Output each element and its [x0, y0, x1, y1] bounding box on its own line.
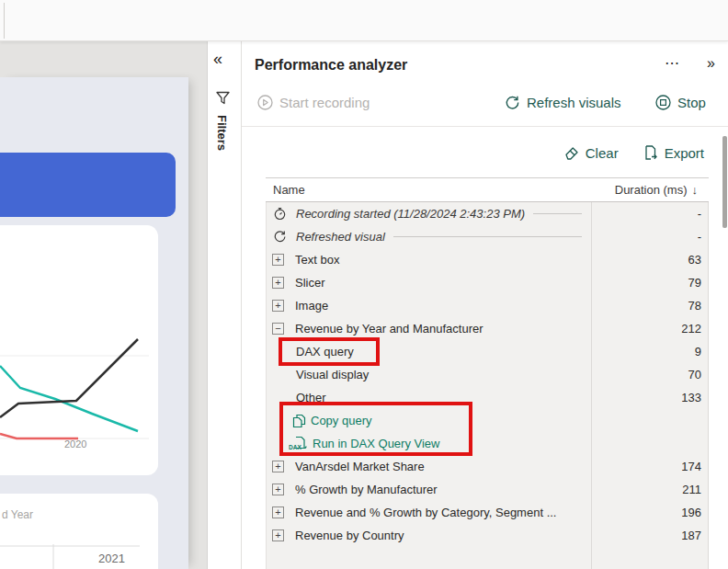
collapse-icon[interactable] [272, 323, 284, 335]
play-icon [257, 95, 273, 110]
start-recording-button[interactable]: Start recording [257, 95, 370, 110]
row-name: % Growth by Manufacturer [295, 483, 438, 496]
table-row[interactable]: Revenue by Year and Manufacturer 212 [267, 317, 708, 340]
stop-button[interactable]: Stop [655, 95, 706, 110]
row-name: Other [296, 391, 326, 404]
performance-table: Name Duration (ms) ↓ [266, 177, 709, 569]
table-row[interactable]: Image 78 [267, 294, 708, 317]
sort-descending-icon[interactable]: ↓ [692, 183, 699, 197]
top-bar [0, 0, 728, 41]
leader-line [393, 236, 582, 237]
row-duration: - [591, 230, 708, 244]
row-duration: 174 [591, 460, 708, 473]
export-button[interactable]: Export [643, 144, 704, 161]
row-duration: 211 [591, 483, 708, 496]
table-row[interactable]: % Growth by Manufacturer 211 [267, 478, 708, 501]
copy-icon [292, 414, 306, 428]
performance-analyzer-pane: Performance analyzer ⋯ »︎ Start recordin… [241, 41, 728, 569]
leader-line [533, 213, 582, 214]
vertical-scrollbar-thumb[interactable] [722, 136, 727, 228]
name-column-header[interactable]: Name [266, 183, 305, 197]
row-duration: 187 [591, 529, 708, 542]
table-header[interactable]: Name Duration (ms) ↓ [266, 177, 709, 202]
more-options-icon[interactable]: ⋯ [665, 54, 680, 72]
table-row: Other 133 [267, 386, 708, 409]
refresh-icon [273, 230, 287, 244]
expand-icon[interactable] [272, 484, 284, 495]
top-bar-divider [4, 3, 5, 39]
expand-icon[interactable] [272, 254, 284, 266]
stop-label: Stop [677, 95, 706, 110]
dot-plot-visual[interactable]: d Year 2021 [0, 494, 158, 569]
start-recording-label: Start recording [279, 95, 370, 110]
row-name: DAX query [296, 345, 354, 358]
table-actions: Clear Export [563, 144, 704, 161]
row-name: Image [295, 299, 328, 313]
expand-icon[interactable] [272, 300, 284, 312]
row-name: VanArsdel Market Share [295, 460, 425, 473]
row-duration: 78 [591, 299, 708, 313]
table-row[interactable]: Revenue by Country 187 [267, 524, 708, 547]
table-row[interactable]: VanArsdel Market Share 174 [267, 455, 708, 478]
column-separator [591, 202, 592, 569]
x-axis-tick: 2020 [64, 438, 86, 450]
run-in-dax-query-view-link[interactable]: DAX Run in DAX Query View [289, 436, 440, 451]
copy-query-label: Copy query [311, 414, 371, 427]
row-duration: 212 [591, 322, 708, 336]
filters-pane-collapsed: « Filters [207, 41, 241, 569]
line-chart-visual[interactable]: 2020 [0, 225, 158, 475]
filters-pane-label[interactable]: Filters [215, 115, 229, 151]
table-row: DAX Run in DAX Query View [267, 432, 708, 455]
refresh-visuals-button[interactable]: Refresh visuals [505, 95, 621, 110]
dax-file-icon: DAX [289, 436, 308, 451]
row-name: Revenue and % Growth by Category, Segmen… [295, 506, 556, 519]
refresh-icon [505, 95, 520, 110]
row-name: Visual display [296, 368, 369, 381]
report-canvas: 2020 d Year 2021 [0, 41, 207, 569]
duration-column-label: Duration (ms) [615, 183, 688, 197]
copy-query-link[interactable]: Copy query [292, 414, 371, 428]
stop-icon [655, 95, 671, 110]
slicer-visual[interactable] [0, 153, 176, 217]
report-page: 2020 d Year 2021 [0, 77, 188, 569]
expand-filters-icon[interactable]: « [213, 51, 222, 67]
table-row: Recording started (11/28/2024 2:43:23 PM… [267, 202, 708, 225]
row-name: Slicer [295, 276, 325, 290]
row-duration: 63 [591, 253, 708, 267]
toolbar-divider [242, 126, 728, 127]
duration-column-header[interactable]: Duration (ms) ↓ [615, 183, 709, 197]
power-bi-window: 2020 d Year 2021 « Filters Per [0, 0, 728, 569]
table-row: Copy query [267, 409, 708, 432]
dot-plot-grid [0, 494, 158, 569]
refresh-visuals-label: Refresh visuals [527, 95, 621, 110]
clear-button[interactable]: Clear [563, 144, 619, 161]
row-duration: 9 [591, 345, 708, 358]
row-duration: 70 [591, 368, 708, 381]
row-name: Revenue by Country [295, 529, 404, 542]
export-file-icon [643, 144, 659, 161]
table-row[interactable]: Revenue and % Growth by Category, Segmen… [267, 501, 708, 524]
row-duration: - [591, 207, 708, 221]
table-row: DAX query 9 [267, 340, 708, 363]
run-dax-label: Run in DAX Query View [313, 437, 440, 450]
svg-text:DAX: DAX [289, 444, 301, 450]
expand-icon[interactable] [272, 461, 284, 472]
teal-series-line [0, 366, 138, 431]
expand-icon[interactable] [272, 506, 284, 518]
collapse-pane-icon[interactable]: »︎ [707, 55, 715, 72]
table-row[interactable]: Text box 63 [267, 248, 708, 271]
eraser-icon [563, 144, 580, 161]
expand-icon[interactable] [272, 529, 284, 541]
stopwatch-icon [273, 207, 287, 221]
row-duration: 79 [591, 276, 708, 290]
expand-icon[interactable] [272, 277, 284, 289]
table-row: Refreshed visual - [267, 225, 708, 248]
row-duration: 133 [591, 391, 708, 404]
table-row[interactable]: Slicer 79 [267, 271, 708, 294]
export-label: Export [665, 145, 704, 161]
table-row: Visual display 70 [267, 363, 708, 386]
row-name: Revenue by Year and Manufacturer [295, 322, 483, 336]
filter-funnel-icon[interactable] [215, 90, 231, 106]
row-name: Text box [295, 253, 339, 267]
clear-label: Clear [586, 145, 619, 161]
